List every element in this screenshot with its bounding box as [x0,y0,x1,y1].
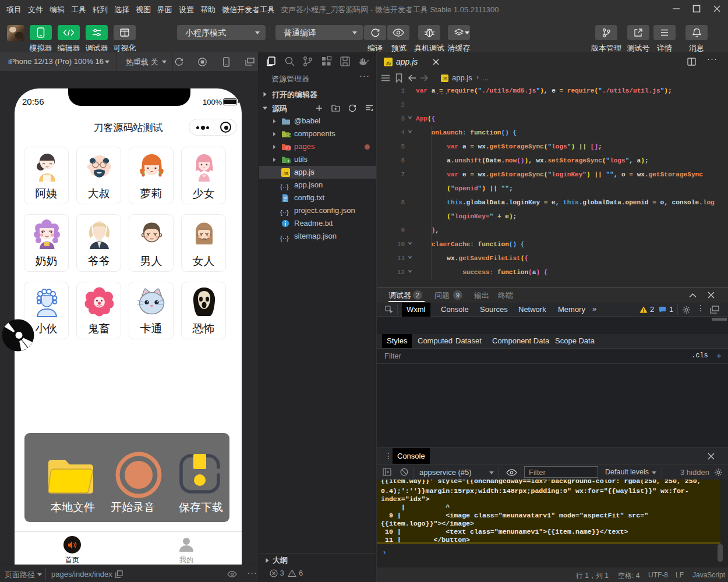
svg-text:JS: JS [284,172,289,176]
svg-text:JS: JS [443,77,448,81]
svg-text:JS: JS [386,61,391,65]
